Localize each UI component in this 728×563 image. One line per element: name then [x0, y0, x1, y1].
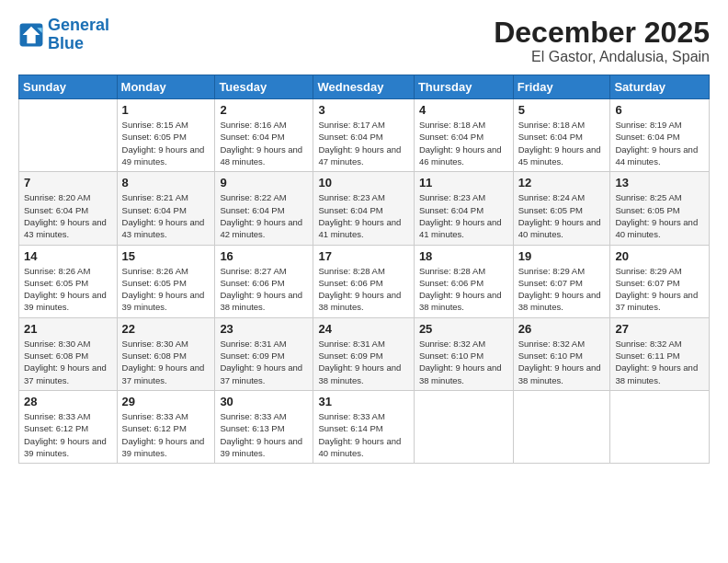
col-tuesday: Tuesday [215, 75, 313, 99]
day-number: 28 [24, 395, 112, 408]
day-info: Sunrise: 8:30 AM Sunset: 6:08 PM Dayligh… [122, 338, 210, 386]
col-monday: Monday [117, 75, 215, 99]
day-number: 26 [518, 322, 606, 336]
calendar-cell: 31Sunrise: 8:33 AM Sunset: 6:14 PM Dayli… [313, 390, 414, 463]
day-info: Sunrise: 8:21 AM Sunset: 6:04 PM Dayligh… [122, 191, 210, 240]
day-info: Sunrise: 8:27 AM Sunset: 6:06 PM Dayligh… [220, 265, 308, 314]
day-info: Sunrise: 8:23 AM Sunset: 6:04 PM Dayligh… [318, 191, 408, 240]
day-number: 15 [122, 249, 210, 263]
calendar-cell: 23Sunrise: 8:31 AM Sunset: 6:09 PM Dayli… [215, 317, 313, 390]
calendar-cell: 1Sunrise: 8:15 AM Sunset: 6:05 PM Daylig… [117, 99, 215, 172]
day-number: 6 [615, 103, 704, 117]
calendar-cell: 10Sunrise: 8:23 AM Sunset: 6:04 PM Dayli… [313, 172, 414, 245]
logo-text: General Blue [48, 17, 109, 53]
day-info: Sunrise: 8:18 AM Sunset: 6:04 PM Dayligh… [419, 119, 508, 167]
day-info: Sunrise: 8:33 AM Sunset: 6:12 PM Dayligh… [122, 410, 210, 459]
day-number: 5 [518, 103, 606, 117]
calendar-cell: 9Sunrise: 8:22 AM Sunset: 6:04 PM Daylig… [215, 172, 313, 245]
day-number: 22 [122, 322, 210, 336]
calendar-header-row: Sunday Monday Tuesday Wednesday Thursday… [19, 75, 710, 99]
title-area: December 2025 El Gastor, Andalusia, Spai… [494, 17, 710, 65]
day-number: 19 [518, 249, 606, 263]
day-info: Sunrise: 8:16 AM Sunset: 6:04 PM Dayligh… [220, 119, 308, 167]
day-number: 20 [615, 249, 704, 263]
logo: General Blue [18, 17, 109, 53]
page: General Blue December 2025 El Gastor, An… [0, 0, 728, 563]
calendar-cell: 12Sunrise: 8:24 AM Sunset: 6:05 PM Dayli… [513, 172, 610, 245]
calendar-week-2: 7Sunrise: 8:20 AM Sunset: 6:04 PM Daylig… [19, 172, 710, 245]
day-info: Sunrise: 8:33 AM Sunset: 6:13 PM Dayligh… [220, 410, 308, 459]
day-number: 13 [615, 176, 704, 190]
calendar-cell: 7Sunrise: 8:20 AM Sunset: 6:04 PM Daylig… [19, 172, 118, 245]
col-thursday: Thursday [414, 75, 513, 99]
calendar-week-1: 1Sunrise: 8:15 AM Sunset: 6:05 PM Daylig… [19, 99, 710, 172]
day-info: Sunrise: 8:19 AM Sunset: 6:04 PM Dayligh… [615, 119, 704, 167]
calendar-cell: 19Sunrise: 8:29 AM Sunset: 6:07 PM Dayli… [513, 245, 610, 317]
calendar-cell: 24Sunrise: 8:31 AM Sunset: 6:09 PM Dayli… [313, 317, 414, 390]
day-number: 18 [419, 249, 508, 263]
day-number: 23 [220, 322, 308, 336]
calendar-cell: 8Sunrise: 8:21 AM Sunset: 6:04 PM Daylig… [117, 172, 215, 245]
calendar: Sunday Monday Tuesday Wednesday Thursday… [18, 75, 710, 464]
day-info: Sunrise: 8:32 AM Sunset: 6:11 PM Dayligh… [615, 338, 704, 386]
calendar-cell [19, 99, 118, 172]
day-info: Sunrise: 8:28 AM Sunset: 6:06 PM Dayligh… [318, 265, 408, 314]
calendar-cell: 29Sunrise: 8:33 AM Sunset: 6:12 PM Dayli… [117, 390, 215, 463]
calendar-cell [414, 390, 513, 463]
day-number: 11 [419, 176, 508, 190]
logo-line2: Blue [48, 34, 84, 52]
calendar-cell: 16Sunrise: 8:27 AM Sunset: 6:06 PM Dayli… [215, 245, 313, 317]
day-number: 2 [220, 103, 308, 117]
day-info: Sunrise: 8:29 AM Sunset: 6:07 PM Dayligh… [518, 265, 606, 314]
calendar-cell: 25Sunrise: 8:32 AM Sunset: 6:10 PM Dayli… [414, 317, 513, 390]
header: General Blue December 2025 El Gastor, An… [18, 17, 710, 65]
day-info: Sunrise: 8:26 AM Sunset: 6:05 PM Dayligh… [24, 265, 112, 314]
location-title: El Gastor, Andalusia, Spain [494, 49, 710, 65]
calendar-cell: 5Sunrise: 8:18 AM Sunset: 6:04 PM Daylig… [513, 99, 610, 172]
day-info: Sunrise: 8:31 AM Sunset: 6:09 PM Dayligh… [318, 338, 408, 386]
calendar-week-5: 28Sunrise: 8:33 AM Sunset: 6:12 PM Dayli… [19, 390, 710, 463]
day-number: 25 [419, 322, 508, 336]
calendar-cell: 20Sunrise: 8:29 AM Sunset: 6:07 PM Dayli… [610, 245, 710, 317]
calendar-week-4: 21Sunrise: 8:30 AM Sunset: 6:08 PM Dayli… [19, 317, 710, 390]
day-number: 17 [318, 249, 408, 263]
calendar-cell: 28Sunrise: 8:33 AM Sunset: 6:12 PM Dayli… [19, 390, 118, 463]
calendar-cell: 30Sunrise: 8:33 AM Sunset: 6:13 PM Dayli… [215, 390, 313, 463]
day-number: 3 [318, 103, 408, 117]
calendar-cell [513, 390, 610, 463]
calendar-cell: 11Sunrise: 8:23 AM Sunset: 6:04 PM Dayli… [414, 172, 513, 245]
day-number: 21 [24, 322, 112, 336]
day-info: Sunrise: 8:24 AM Sunset: 6:05 PM Dayligh… [518, 191, 606, 240]
col-saturday: Saturday [610, 75, 710, 99]
day-info: Sunrise: 8:32 AM Sunset: 6:10 PM Dayligh… [518, 338, 606, 386]
day-info: Sunrise: 8:15 AM Sunset: 6:05 PM Dayligh… [122, 119, 210, 167]
day-info: Sunrise: 8:22 AM Sunset: 6:04 PM Dayligh… [220, 191, 308, 240]
calendar-cell: 3Sunrise: 8:17 AM Sunset: 6:04 PM Daylig… [313, 99, 414, 172]
calendar-cell: 2Sunrise: 8:16 AM Sunset: 6:04 PM Daylig… [215, 99, 313, 172]
calendar-week-3: 14Sunrise: 8:26 AM Sunset: 6:05 PM Dayli… [19, 245, 710, 317]
calendar-cell: 22Sunrise: 8:30 AM Sunset: 6:08 PM Dayli… [117, 317, 215, 390]
day-info: Sunrise: 8:29 AM Sunset: 6:07 PM Dayligh… [615, 265, 704, 314]
logo-icon [18, 22, 44, 48]
day-info: Sunrise: 8:30 AM Sunset: 6:08 PM Dayligh… [24, 338, 112, 386]
month-title: December 2025 [494, 17, 710, 49]
day-number: 16 [220, 249, 308, 263]
calendar-cell: 18Sunrise: 8:28 AM Sunset: 6:06 PM Dayli… [414, 245, 513, 317]
col-friday: Friday [513, 75, 610, 99]
day-info: Sunrise: 8:33 AM Sunset: 6:14 PM Dayligh… [318, 410, 408, 459]
calendar-cell: 27Sunrise: 8:32 AM Sunset: 6:11 PM Dayli… [610, 317, 710, 390]
day-info: Sunrise: 8:17 AM Sunset: 6:04 PM Dayligh… [318, 119, 408, 167]
day-number: 24 [318, 322, 408, 336]
col-sunday: Sunday [19, 75, 118, 99]
day-number: 8 [122, 176, 210, 190]
day-number: 12 [518, 176, 606, 190]
calendar-cell: 21Sunrise: 8:30 AM Sunset: 6:08 PM Dayli… [19, 317, 118, 390]
day-number: 10 [318, 176, 408, 190]
day-info: Sunrise: 8:33 AM Sunset: 6:12 PM Dayligh… [24, 410, 112, 459]
day-info: Sunrise: 8:31 AM Sunset: 6:09 PM Dayligh… [220, 338, 308, 386]
day-number: 7 [24, 176, 112, 190]
day-info: Sunrise: 8:18 AM Sunset: 6:04 PM Dayligh… [518, 119, 606, 167]
calendar-cell: 17Sunrise: 8:28 AM Sunset: 6:06 PM Dayli… [313, 245, 414, 317]
col-wednesday: Wednesday [313, 75, 414, 99]
calendar-cell: 26Sunrise: 8:32 AM Sunset: 6:10 PM Dayli… [513, 317, 610, 390]
